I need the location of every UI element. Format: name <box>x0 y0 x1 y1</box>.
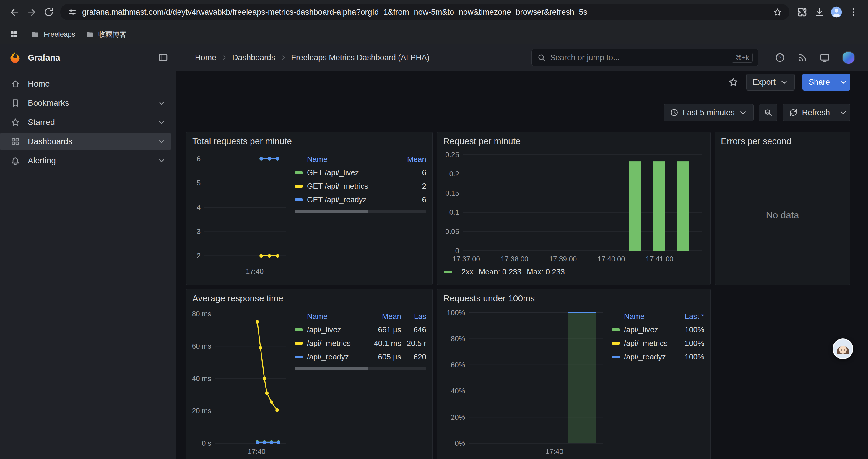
legend-row[interactable]: GET /api/_metrics2 <box>294 179 426 193</box>
sidebar-nav: Home Bookmarks Starred Dashboards Alerti… <box>0 71 176 459</box>
legend-row[interactable]: /api/_livez661 µs646 <box>294 323 426 336</box>
sidebar-item-bookmarks[interactable]: Bookmarks <box>0 94 171 112</box>
svg-text:80 ms: 80 ms <box>192 310 211 318</box>
legend-value-cell: 661 µs <box>357 325 401 334</box>
chevron-down-icon[interactable] <box>157 99 166 107</box>
legend-name-cell[interactable]: /api/_metrics <box>294 339 357 348</box>
legend-row[interactable]: /api/_metrics40.1 ms20.5 r <box>294 336 426 350</box>
legend-column-header[interactable]: Name <box>612 312 672 321</box>
panel-title[interactable]: Requests under 100ms <box>437 289 710 304</box>
browser-menu-button[interactable] <box>845 4 862 21</box>
legend-name-cell[interactable]: /api/_metrics <box>612 339 672 348</box>
bookmark-item-freeleaps[interactable]: Freeleaps <box>31 30 75 39</box>
sidebar-item-label: Bookmarks <box>28 98 69 108</box>
bookmark-star-icon[interactable] <box>773 7 782 17</box>
sidebar-item-alerting[interactable]: Alerting <box>0 152 171 169</box>
search-box[interactable]: ⌘+k <box>531 49 758 66</box>
downloads-button[interactable] <box>811 4 828 21</box>
legend-column-header[interactable]: Mean <box>357 312 401 321</box>
share-button[interactable]: Share <box>802 73 836 91</box>
legend-row[interactable]: /api/_readyz605 µs620 <box>294 350 426 364</box>
legend-row[interactable]: /api/_livez100% <box>612 323 704 336</box>
sidebar-item-starred[interactable]: Starred <box>0 113 171 131</box>
share-dropdown-button[interactable] <box>836 73 850 91</box>
address-bar[interactable]: grafana.mathmast.com/d/deytv4rwavabkb/fr… <box>60 4 789 21</box>
legend-name-cell[interactable]: /api/_livez <box>612 325 672 334</box>
legend-name-cell[interactable]: /api/_readyz <box>294 352 357 362</box>
legend-scrollbar[interactable] <box>294 210 426 213</box>
panel-title[interactable]: Request per minute <box>437 132 710 147</box>
chevron-down-icon[interactable] <box>157 118 166 126</box>
legend-scrollbar-thumb[interactable] <box>294 367 368 370</box>
grafana-header: Grafana Home Dashboards Freeleaps Metric… <box>0 44 868 71</box>
sidebar-item-dashboards[interactable]: Dashboards <box>0 133 171 150</box>
legend-scrollbar[interactable] <box>294 367 426 370</box>
extensions-button[interactable] <box>794 4 811 21</box>
legend-name-cell[interactable]: GET /api/_metrics <box>294 182 394 191</box>
timeseries-chart[interactable]: 0 s20 ms40 ms60 ms80 ms17:40 <box>191 304 290 459</box>
legend-name-cell[interactable]: GET /api/_readyz <box>294 195 394 204</box>
legend-row[interactable]: /api/_readyz100% <box>612 350 704 364</box>
legend-column-header[interactable]: Last * <box>672 312 704 321</box>
dock-menu-button[interactable] <box>158 52 168 63</box>
refresh-interval-dropdown[interactable] <box>836 104 850 121</box>
refresh-button[interactable]: Refresh <box>783 104 836 121</box>
time-range-button[interactable]: Last 5 minutes <box>663 104 754 121</box>
bar-chart[interactable]: 0%20%40%60%80%100%17:40 <box>441 304 607 459</box>
legend-value-cell: 620 <box>401 352 426 362</box>
legend-column-header[interactable]: Name <box>294 312 357 321</box>
legend-row[interactable]: GET /api/_readyz6 <box>294 193 426 206</box>
legend-value-cell: 6 <box>394 195 426 204</box>
legend-swatch <box>294 185 303 188</box>
refresh-icon <box>789 108 798 117</box>
panel-title[interactable]: Errors per second <box>715 132 850 147</box>
legend-name-cell[interactable]: GET /api/_livez <box>294 168 394 177</box>
profile-avatar-icon <box>830 6 843 19</box>
legend-value-cell: 100% <box>672 325 704 334</box>
legend-series-label[interactable]: 2xx <box>462 267 473 276</box>
news-rss-icon[interactable] <box>797 52 808 63</box>
svg-text:17:37:00: 17:37:00 <box>452 255 480 263</box>
bookmark-item-blog[interactable]: 收藏博客 <box>85 30 127 39</box>
floating-assistant-avatar[interactable] <box>833 338 853 359</box>
back-button[interactable] <box>6 4 23 21</box>
breadcrumb-dashboards[interactable]: Dashboards <box>232 53 275 62</box>
legend-column-header[interactable]: Mean <box>394 155 426 164</box>
site-settings-icon[interactable] <box>67 7 77 17</box>
legend-name-cell[interactable]: /api/_readyz <box>612 352 672 362</box>
search-input[interactable] <box>550 53 727 62</box>
legend-swatch <box>612 342 620 345</box>
panel-requests-under-100ms: Requests under 100ms 0%20%40%60%80%100%1… <box>437 289 711 459</box>
apps-button[interactable] <box>7 28 21 41</box>
chevron-down-icon[interactable] <box>157 157 166 165</box>
grafana-logo[interactable] <box>8 51 22 64</box>
bar-chart[interactable]: 00.050.10.150.20.2517:37:0017:38:0017:39… <box>441 147 707 266</box>
tv-mode-icon[interactable] <box>819 52 830 63</box>
panel-title[interactable]: Total requests per minute <box>186 132 432 147</box>
legend-row[interactable]: GET /api/_livez6 <box>294 166 426 179</box>
legend-scrollbar-thumb[interactable] <box>294 210 368 213</box>
reload-button[interactable] <box>40 4 57 21</box>
svg-text:17:38:00: 17:38:00 <box>501 255 528 263</box>
favorite-star-icon[interactable] <box>728 77 739 88</box>
legend-swatch <box>294 342 303 345</box>
sidebar-item-home[interactable]: Home <box>0 75 171 93</box>
timeseries-chart[interactable]: 2345617:40 <box>191 147 290 277</box>
breadcrumb: Home Dashboards Freeleaps Metrics Dashbo… <box>195 44 430 71</box>
breadcrumb-home[interactable]: Home <box>195 53 216 62</box>
legend-column-header[interactable]: Las <box>401 312 426 321</box>
chevron-down-icon[interactable] <box>157 137 166 145</box>
export-button[interactable]: Export <box>746 73 795 91</box>
legend-row[interactable]: /api/_metrics100% <box>612 336 704 350</box>
panel-title[interactable]: Average response time <box>186 289 432 304</box>
help-icon[interactable] <box>775 52 785 63</box>
svg-text:60 ms: 60 ms <box>192 342 211 350</box>
panel-request-per-minute: Request per minute 00.050.10.150.20.2517… <box>437 132 711 285</box>
forward-button[interactable] <box>23 4 40 21</box>
legend-name-cell[interactable]: /api/_livez <box>294 325 357 334</box>
legend-column-header[interactable]: Name <box>294 155 394 164</box>
legend-swatch <box>444 270 452 273</box>
zoom-out-button[interactable] <box>759 104 777 121</box>
user-avatar[interactable] <box>842 51 855 64</box>
profile-button[interactable] <box>828 4 845 21</box>
